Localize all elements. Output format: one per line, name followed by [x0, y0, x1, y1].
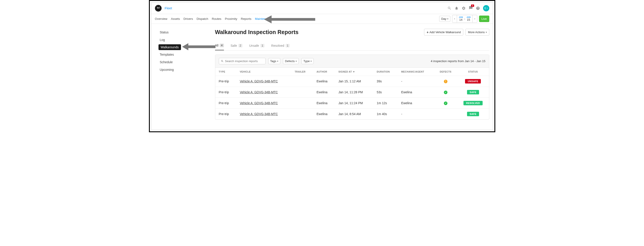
cell-type: Pre-trip — [215, 109, 236, 120]
cell-mechanic: - — [398, 109, 434, 120]
tab-count: 1 — [260, 44, 265, 48]
app-logo[interactable] — [155, 5, 162, 12]
table-row[interactable]: Pre-tripVehicle A: GDVG-34B-MTCEwelinaJa… — [215, 76, 489, 87]
tags-filter-label: Tags — [270, 60, 276, 63]
status-badge: SAFE — [467, 90, 479, 94]
table-row[interactable]: Pre-tripVehicle A: GDVG-34B-MTCEwelinaJa… — [215, 98, 489, 109]
defects-filter-label: Defects — [285, 60, 295, 63]
tab-count: 2 — [238, 44, 243, 48]
vehicle-link[interactable]: Vehicle A: GDVG-34B-MTC — [240, 90, 278, 94]
nav-item-dispatch[interactable]: Dispatch — [196, 17, 208, 20]
col-duration[interactable]: DURATION — [373, 68, 398, 76]
brand-name[interactable]: Fleet — [165, 6, 172, 10]
gear-icon[interactable] — [462, 6, 466, 10]
col-signed-at[interactable]: SIGNED AT ▼ — [335, 68, 373, 76]
status-badge: SAFE — [467, 112, 479, 116]
user-avatar[interactable]: E ▾ — [483, 5, 489, 11]
col-type[interactable]: TYPE — [215, 68, 236, 76]
sidebar-item-upcoming[interactable]: Upcoming — [154, 66, 212, 73]
cell-signed: Jan 14, 11:28 PM — [335, 87, 373, 98]
nav-item-assets[interactable]: Assets — [171, 17, 180, 20]
chevron-right-icon: › — [474, 17, 475, 20]
nav-item-proximity[interactable]: Proximity — [225, 17, 237, 20]
caret-down-icon: ▾ — [486, 31, 487, 34]
cell-duration: 1m 12s — [373, 98, 398, 109]
date-prev-button[interactable]: ‹ — [452, 15, 457, 23]
cell-mechanic: - — [398, 76, 434, 87]
date-to-day: 15 — [466, 18, 470, 21]
sidebar-item-walkarounds[interactable]: Walkarounds — [158, 44, 181, 50]
vehicle-link[interactable]: Vehicle A: GDVG-34B-MTC — [240, 80, 278, 83]
cell-type: Pre-trip — [215, 87, 236, 98]
caret-down-icon: ▾ — [310, 60, 312, 62]
tab-count: 4 — [220, 44, 224, 47]
help-icon[interactable] — [476, 6, 480, 10]
sort-desc-icon: ▼ — [352, 70, 355, 73]
nav-item-routes[interactable]: Routes — [212, 17, 222, 20]
add-walkaround-label: Add Vehicle Walkaround — [430, 30, 461, 34]
search-input[interactable] — [225, 60, 264, 63]
cell-duration: 1m 40s — [373, 109, 398, 120]
cell-trailer — [291, 98, 313, 109]
cell-duration: 53s — [373, 87, 398, 98]
tab-all[interactable]: All4 — [215, 42, 224, 50]
tab-resolved[interactable]: Resolved1 — [271, 42, 290, 50]
date-next-button[interactable]: › — [472, 15, 477, 23]
check-icon: ✓ — [444, 102, 448, 105]
results-summary: 4 inspection reports from Jan 14 - Jan 1… — [431, 60, 485, 63]
tab-label: All — [215, 44, 218, 47]
sidebar-item-templates[interactable]: Templates — [154, 52, 212, 58]
caret-down-icon: ▾ — [296, 60, 297, 62]
notification-badge: 1 — [471, 4, 474, 7]
search-icon[interactable] — [448, 6, 452, 10]
tab-safe[interactable]: Safe2 — [230, 42, 243, 50]
bell-icon[interactable] — [454, 6, 458, 10]
search-icon — [221, 60, 224, 62]
add-walkaround-button[interactable]: + Add Vehicle Walkaround — [424, 29, 463, 36]
col-defects[interactable]: DEFECTS — [434, 68, 457, 76]
cell-vehicle: Vehicle A: GDVG-34B-MTC — [236, 98, 291, 109]
cell-signed: Jan 15, 1:12 AM — [335, 76, 373, 87]
svg-point-1 — [158, 7, 160, 8]
col-vehicle[interactable]: VEHICLE — [236, 68, 291, 76]
date-range-display[interactable]: JAN 14 - JAN 15 — [457, 15, 472, 23]
avatar-caret-icon: ▾ — [487, 7, 488, 9]
chevron-left-icon: ‹ — [454, 17, 455, 20]
table-row[interactable]: Pre-tripVehicle A: GDVG-34B-MTCEwelinaJa… — [215, 87, 489, 98]
sidebar-item-log[interactable]: Log — [154, 37, 212, 43]
cell-status: SAFE — [457, 87, 489, 98]
cell-mechanic: Ewelina — [398, 98, 434, 109]
status-badge: RESOLVED — [464, 101, 482, 105]
vehicle-link[interactable]: Vehicle A: GDVG-34B-MTC — [240, 112, 278, 116]
plus-icon: + — [426, 30, 428, 34]
vehicle-link[interactable]: Vehicle A: GDVG-34B-MTC — [240, 101, 278, 105]
cell-vehicle: Vehicle A: GDVG-34B-MTC — [236, 87, 291, 98]
tab-unsafe[interactable]: Unsafe1 — [249, 42, 264, 50]
table-row[interactable]: Pre-tripVehicle A: GDVG-34B-MTCEwelinaJa… — [215, 109, 489, 120]
messages-icon[interactable]: 1 — [469, 6, 473, 11]
col-author[interactable]: AUTHOR — [313, 68, 335, 76]
sidebar-item-status[interactable]: Status — [154, 29, 212, 36]
page-title: Walkaround Inspection Reports — [215, 29, 299, 36]
type-filter[interactable]: Type ▾ — [302, 58, 314, 64]
granularity-selector[interactable]: Day ▾ — [439, 16, 450, 22]
cell-mechanic: Ewelina — [398, 87, 434, 98]
col-mechanic-agent[interactable]: MECHANIC/AGENT — [398, 68, 434, 76]
nav-item-drivers[interactable]: Drivers — [184, 17, 193, 20]
nav-item-reports[interactable]: Reports — [241, 17, 251, 20]
granularity-label: Day — [441, 17, 446, 20]
cell-vehicle: Vehicle A: GDVG-34B-MTC — [236, 109, 291, 120]
defects-filter[interactable]: Defects ▾ — [283, 58, 299, 64]
cell-type: Pre-trip — [215, 76, 236, 87]
tags-filter[interactable]: Tags ▾ — [268, 58, 280, 64]
sidebar-item-schedule[interactable]: Schedule — [154, 59, 212, 65]
search-input-wrap[interactable] — [219, 58, 266, 64]
cell-defects: ✓ — [434, 98, 457, 109]
live-button[interactable]: Live — [479, 16, 489, 22]
cell-status: UNSAFE — [457, 76, 489, 87]
more-actions-button[interactable]: More Actions ▾ — [466, 29, 489, 36]
more-actions-label: More Actions — [468, 30, 484, 34]
col-status[interactable]: STATUS — [457, 68, 489, 76]
col-trailer[interactable]: TRAILER — [291, 68, 313, 76]
nav-item-overview[interactable]: Overview — [155, 17, 168, 20]
